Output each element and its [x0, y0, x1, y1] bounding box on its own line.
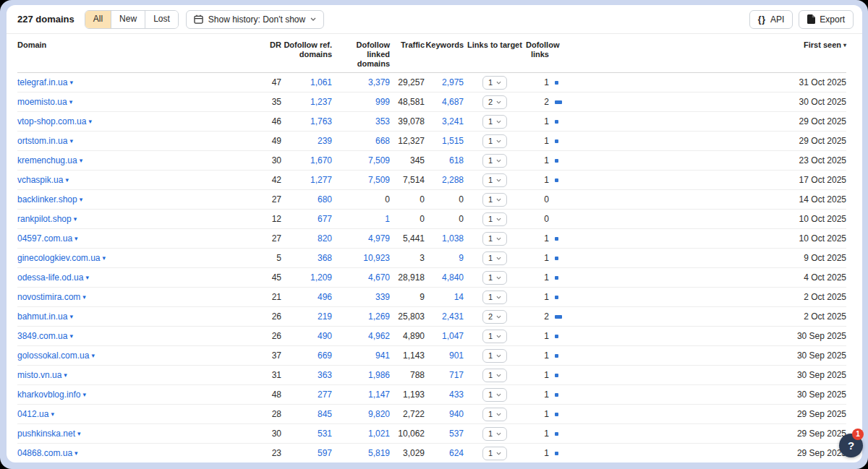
ref-domains-link[interactable]: 368: [318, 253, 332, 263]
keywords-link[interactable]: 4,840: [442, 272, 464, 283]
domain-link[interactable]: rankpilot.shop▾: [17, 214, 77, 224]
ref-domains-link[interactable]: 490: [318, 331, 332, 341]
domain-link[interactable]: vchaspik.ua▾: [17, 175, 69, 185]
links-to-target-select[interactable]: 1: [482, 369, 507, 382]
domain-link[interactable]: 3849.com.ua▾: [17, 331, 73, 341]
linked-domains-link[interactable]: 7,509: [368, 175, 390, 185]
domain-link[interactable]: odessa-life.od.ua▾: [17, 272, 89, 283]
keywords-link[interactable]: 4,687: [442, 97, 464, 107]
links-to-target-select[interactable]: 1: [482, 76, 507, 90]
domain-link[interactable]: moemisto.ua▾: [17, 97, 72, 107]
ref-domains-link[interactable]: 277: [318, 390, 332, 400]
linked-domains-link[interactable]: 3,379: [368, 77, 390, 87]
filter-lost-button[interactable]: Lost: [145, 11, 178, 28]
links-to-target-select[interactable]: 1: [482, 330, 507, 343]
ref-domains-link[interactable]: 1,237: [310, 97, 332, 107]
keywords-link[interactable]: 2,288: [442, 175, 464, 185]
domain-link[interactable]: kremenchug.ua▾: [17, 155, 82, 165]
linked-domains-link[interactable]: 1,269: [368, 311, 390, 322]
keywords-link[interactable]: 2,975: [442, 77, 464, 87]
ref-domains-link[interactable]: 1,670: [310, 155, 332, 165]
show-history-dropdown[interactable]: Show history: Don't show: [186, 10, 324, 29]
ref-domains-link[interactable]: 239: [318, 136, 332, 146]
links-to-target-select[interactable]: 1: [482, 193, 507, 207]
ref-domains-link[interactable]: 363: [318, 370, 332, 380]
links-to-target-select[interactable]: 1: [482, 408, 507, 421]
keywords-link[interactable]: 901: [449, 350, 464, 361]
keywords-link[interactable]: 624: [449, 448, 464, 458]
domain-link[interactable]: telegraf.in.ua▾: [17, 77, 73, 87]
linked-domains-link[interactable]: 353: [375, 116, 390, 126]
domain-link[interactable]: 04597.com.ua▾: [17, 233, 78, 244]
links-to-target-select[interactable]: 1: [482, 134, 507, 148]
ref-domains-link[interactable]: 820: [318, 233, 332, 244]
domain-link[interactable]: 04868.com.ua▾: [17, 448, 78, 458]
domain-link[interactable]: kharkovblog.info▾: [17, 390, 86, 400]
domain-link[interactable]: golossokal.com.ua▾: [17, 350, 95, 361]
keywords-link[interactable]: 717: [449, 370, 464, 380]
linked-domains-link[interactable]: 339: [375, 292, 390, 302]
domain-link[interactable]: ortstom.in.ua▾: [17, 136, 73, 146]
domain-link[interactable]: 0412.ua▾: [17, 409, 54, 419]
ref-domains-link[interactable]: 677: [318, 214, 332, 224]
links-to-target-select[interactable]: 1: [482, 232, 507, 246]
keywords-link[interactable]: 3,241: [442, 116, 464, 126]
links-to-target-select[interactable]: 1: [482, 212, 507, 226]
keywords-link[interactable]: 1,038: [442, 233, 464, 244]
col-header-first-seen[interactable]: First seen▾: [752, 34, 846, 73]
linked-domains-link[interactable]: 999: [375, 97, 390, 107]
linked-domains-link[interactable]: 941: [375, 350, 390, 361]
ref-domains-link[interactable]: 496: [318, 292, 332, 302]
domain-link[interactable]: vtop-shop.com.ua▾: [17, 116, 92, 126]
links-to-target-select[interactable]: 1: [482, 154, 507, 168]
linked-domains-link[interactable]: 5,819: [368, 448, 390, 458]
export-button[interactable]: Export: [799, 10, 854, 29]
keywords-link[interactable]: 537: [449, 429, 464, 439]
links-to-target-select[interactable]: 2: [482, 310, 507, 324]
links-to-target-select[interactable]: 1: [482, 115, 507, 129]
ref-domains-link[interactable]: 845: [318, 409, 332, 419]
domain-link[interactable]: pushkinska.net▾: [17, 429, 81, 439]
links-to-target-select[interactable]: 1: [482, 271, 507, 285]
linked-domains-link[interactable]: 1,021: [368, 429, 390, 439]
ref-domains-link[interactable]: 531: [318, 429, 332, 439]
links-to-target-select[interactable]: 2: [482, 95, 507, 109]
links-to-target-select[interactable]: 1: [482, 388, 507, 402]
ref-domains-link[interactable]: 1,209: [310, 272, 332, 283]
linked-domains-link[interactable]: 1,986: [368, 370, 390, 380]
linked-domains-link[interactable]: 668: [375, 136, 390, 146]
ref-domains-link[interactable]: 597: [318, 448, 332, 458]
linked-domains-link[interactable]: 7,509: [368, 155, 390, 165]
ref-domains-link[interactable]: 669: [318, 350, 332, 361]
domain-link[interactable]: bahmut.in.ua▾: [17, 311, 73, 322]
keywords-link[interactable]: 1,047: [442, 331, 464, 341]
links-to-target-select[interactable]: 1: [482, 173, 507, 187]
domain-link[interactable]: ginecologkiev.com.ua▾: [17, 253, 106, 263]
keywords-link[interactable]: 1,515: [442, 136, 464, 146]
filter-all-button[interactable]: All: [85, 11, 111, 28]
linked-domains-link[interactable]: 9,820: [368, 409, 390, 419]
domain-link[interactable]: backlinker.shop▾: [17, 194, 82, 205]
links-to-target-select[interactable]: 1: [482, 447, 507, 460]
linked-domains-link[interactable]: 1: [385, 214, 390, 224]
links-to-target-select[interactable]: 1: [482, 291, 507, 304]
help-button[interactable]: ? 1: [839, 434, 863, 457]
keywords-link[interactable]: 433: [449, 390, 464, 400]
keywords-link[interactable]: 9: [459, 253, 464, 263]
linked-domains-link[interactable]: 10,923: [363, 253, 390, 263]
ref-domains-link[interactable]: 219: [318, 311, 332, 322]
keywords-link[interactable]: 940: [449, 409, 464, 419]
links-to-target-select[interactable]: 1: [482, 349, 507, 363]
keywords-link[interactable]: 618: [449, 155, 464, 165]
api-button[interactable]: {} API: [749, 10, 793, 29]
domain-link[interactable]: novostimira.com▾: [17, 292, 86, 302]
ref-domains-link[interactable]: 1,061: [310, 77, 332, 87]
linked-domains-link[interactable]: 4,979: [368, 233, 390, 244]
linked-domains-link[interactable]: 1,147: [368, 390, 390, 400]
ref-domains-link[interactable]: 680: [318, 194, 332, 205]
linked-domains-link[interactable]: 4,962: [368, 331, 390, 341]
keywords-link[interactable]: 14: [454, 292, 464, 302]
ref-domains-link[interactable]: 1,763: [310, 116, 332, 126]
linked-domains-link[interactable]: 4,670: [368, 272, 390, 283]
links-to-target-select[interactable]: 1: [482, 251, 507, 265]
